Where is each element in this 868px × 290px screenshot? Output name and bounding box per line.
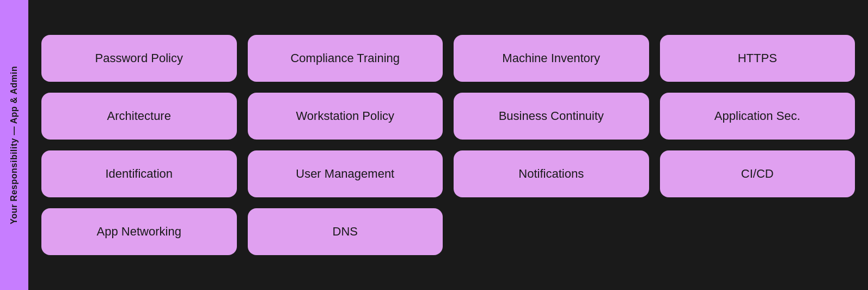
sidebar: Your Responsibility — App & Admin [0, 0, 28, 290]
grid-item-dns[interactable]: DNS [248, 208, 443, 255]
grid-item-cicd[interactable]: CI/CD [660, 150, 855, 197]
grid-item-password-policy[interactable]: Password Policy [41, 35, 237, 82]
grid-empty-2 [660, 208, 855, 255]
grid-item-business-continuity[interactable]: Business Continuity [454, 93, 649, 140]
sidebar-label: Your Responsibility — App & Admin [9, 66, 19, 225]
grid-item-identification[interactable]: Identification [41, 150, 237, 197]
main-content: Password Policy Compliance Training Mach… [28, 0, 868, 290]
grid-item-https[interactable]: HTTPS [660, 35, 855, 82]
grid-item-compliance-training[interactable]: Compliance Training [248, 35, 443, 82]
grid-item-workstation-policy[interactable]: Workstation Policy [248, 93, 443, 140]
grid-item-architecture[interactable]: Architecture [41, 93, 237, 140]
grid-item-machine-inventory[interactable]: Machine Inventory [454, 35, 649, 82]
grid-container: Password Policy Compliance Training Mach… [41, 35, 855, 255]
grid-empty-1 [454, 208, 649, 255]
grid-item-application-sec[interactable]: Application Sec. [660, 93, 855, 140]
grid-item-app-networking[interactable]: App Networking [41, 208, 237, 255]
grid-item-user-management[interactable]: User Management [248, 150, 443, 197]
grid-item-notifications[interactable]: Notifications [454, 150, 649, 197]
